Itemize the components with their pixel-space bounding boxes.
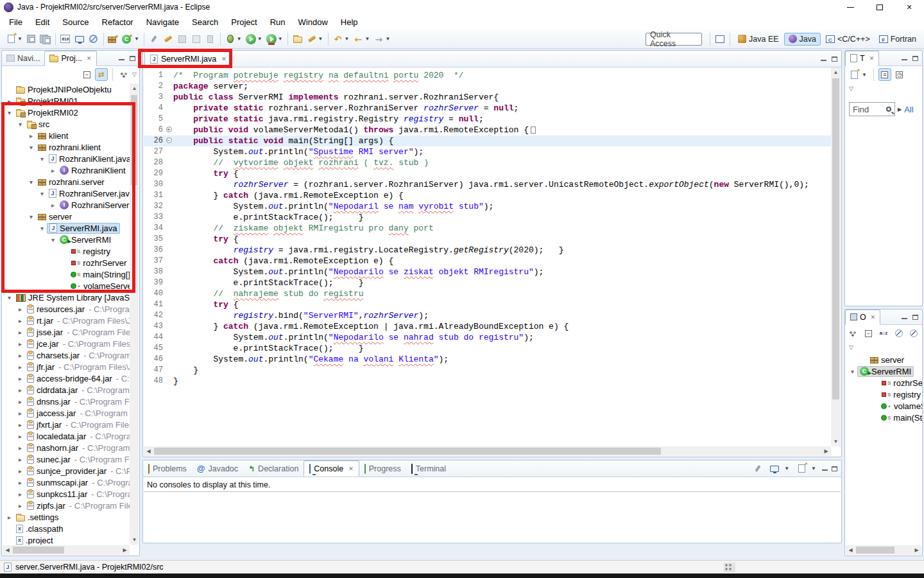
explorer-tree-item[interactable]: ▸IRozhraniKlient [2, 164, 130, 176]
perspective-cpp[interactable]: C<C/C++> [822, 33, 874, 45]
dropdown-caret-icon[interactable]: ▼ [17, 36, 22, 42]
tab-progress[interactable]: Progress [359, 460, 406, 477]
new-class-button[interactable]: C✦ [121, 31, 135, 47]
collapsed-arrow-icon[interactable]: ▸ [15, 433, 25, 440]
close-icon[interactable]: ✕ [871, 314, 876, 320]
code-line-38[interactable]: 38 System.out.println("Nepodarilo se zis… [144, 267, 831, 277]
dropdown-caret-icon[interactable]: ▼ [784, 466, 789, 471]
collapsed-arrow-icon[interactable]: ▸ [15, 456, 25, 463]
categorized-view-button[interactable]: ≡ [878, 68, 891, 81]
run-button[interactable] [244, 31, 258, 47]
collapsed-arrow-icon[interactable]: ▸ [15, 387, 25, 394]
tab-outline[interactable]: O✕ [845, 310, 880, 325]
explorer-tree-item[interactable]: ▸010access-bridge-64.jar - C:\Program Fi… [2, 372, 130, 384]
explorer-tree-item[interactable]: ▸010jsse.jar - C:\Program Files\Java\jre… [2, 326, 130, 338]
dropdown-caret-icon[interactable]: ▼ [318, 36, 323, 42]
chevron-down-icon[interactable]: ▽ [132, 71, 137, 78]
explorer-tree-item[interactable]: ▸010sunmscapi.jar - C:\Program Files\Jav… [2, 477, 130, 488]
code-line-43[interactable]: 43 } catch (java.rmi.RemoteException | j… [144, 321, 831, 332]
explorer-tree-item[interactable]: ▸.settings [2, 511, 130, 523]
forward-button[interactable]: → [372, 31, 386, 47]
explorer-tree-item[interactable]: ▸010dnsns.jar - C:\Program Files\Java\jr… [2, 396, 130, 407]
fold-collapsed-icon[interactable]: + [164, 125, 173, 136]
collapsed-arrow-icon[interactable]: ▸ [15, 444, 25, 451]
expand-arrow-icon[interactable]: ▶ [898, 107, 902, 112]
collapsed-arrow-icon[interactable]: ▸ [15, 502, 25, 509]
explorer-tree-item[interactable]: ▸010rt.jar - C:\Program Files\Java\jre1.… [2, 315, 130, 326]
collapsed-arrow-icon[interactable]: ▸ [15, 491, 25, 498]
explorer-tree-item[interactable]: X.project [2, 534, 130, 545]
code-line-30[interactable]: 30 rozhrServer = (rozhrani.server.Rozhra… [144, 179, 831, 190]
scrollbar-thumb[interactable] [13, 547, 64, 554]
scheduled-view-button[interactable]: ◷ [893, 68, 906, 81]
dropdown-caret-icon[interactable]: ▼ [862, 72, 867, 78]
code-line-44[interactable]: 44 System.out.println("Nepodarilo se nah… [144, 332, 831, 343]
maximize-view-button[interactable] [912, 56, 918, 61]
code-line-4[interactable]: 4 private static rozhrani.server.Rozhran… [144, 103, 831, 114]
minimize-view-button[interactable] [119, 56, 124, 60]
new-wizard-button[interactable] [4, 31, 18, 47]
binary-literals-button[interactable]: 010 [58, 31, 73, 47]
code-line-33[interactable]: 33 e.printStackTrace(); } [144, 212, 831, 223]
skip-all-breakpoints-button[interactable] [87, 31, 101, 47]
explorer-tree-item[interactable]: ▾JRE System Library [JavaSE-1.8] [2, 292, 130, 303]
explorer-tree-item[interactable]: ▸010cldrdata.jar - C:\Program Files\Java… [2, 384, 130, 396]
explorer-tree-item[interactable]: ▸IRozhraniServer [2, 199, 130, 211]
dropdown-caret-icon[interactable]: ▼ [345, 36, 350, 42]
explorer-tree-item[interactable]: ▾JRozhraniServer.java [2, 188, 130, 199]
minimize-view-button[interactable] [822, 466, 828, 471]
explorer-tree-item[interactable]: ▾src [2, 118, 130, 130]
close-window-button[interactable]: ✕ [894, 0, 924, 14]
code-line-41[interactable]: 41 try { [144, 299, 831, 310]
collapsed-arrow-icon[interactable]: ▸ [4, 98, 14, 105]
pin-editor-button[interactable] [147, 31, 161, 47]
minimize-view-button[interactable] [821, 57, 826, 61]
code-editor[interactable]: 1/* Program potrebuje registry na defaul… [144, 67, 831, 446]
code-line-39[interactable]: 39 e.printStackTrace(); } [144, 277, 831, 288]
expanded-arrow-icon[interactable]: ▾ [15, 121, 25, 128]
tab-navigator[interactable]: Navi... [2, 51, 44, 66]
expanded-arrow-icon[interactable]: ▾ [26, 213, 36, 220]
explorer-tree-item[interactable]: SrozhrServer [2, 257, 130, 268]
tab-problems[interactable]: Problems [143, 460, 192, 477]
menu-navigate[interactable]: Navigate [140, 14, 185, 30]
coverage-button[interactable] [264, 31, 278, 47]
explorer-tree-item[interactable]: ▸ProjektRMI01 [2, 95, 130, 107]
mark-occurrences-button[interactable] [161, 31, 175, 47]
code-line-35[interactable]: 35 try { [144, 234, 831, 245]
code-line-27[interactable]: 27 System.out.println("Spustime RMI serv… [144, 146, 831, 157]
maximize-view-button[interactable] [832, 466, 837, 471]
outline-hscrollbar[interactable]: ◀▶ [846, 545, 921, 555]
collapsed-arrow-icon[interactable]: ▸ [15, 421, 25, 428]
maximize-view-button[interactable] [832, 57, 837, 62]
scrollbar-thumb[interactable] [856, 547, 894, 554]
explorer-tree-item[interactable]: ▾rozhrani.server [2, 176, 130, 188]
outline-tree-item[interactable]: ▲volameServerMetoda1() [845, 400, 922, 412]
link-with-editor-button[interactable]: ⇄ [95, 68, 108, 81]
collapsed-arrow-icon[interactable]: ▸ [15, 340, 25, 347]
collapsed-arrow-icon[interactable]: ▸ [48, 167, 58, 174]
explorer-tree-item[interactable]: ▸010jfr.jar - C:\Program Files\Java\jre1… [2, 361, 130, 372]
outline-tree-item[interactable]: server [845, 354, 922, 365]
minimize-view-button[interactable] [902, 56, 907, 60]
menu-edit[interactable]: Edit [29, 14, 56, 30]
collapsed-arrow-icon[interactable]: ▸ [15, 363, 25, 371]
expanded-arrow-icon[interactable]: ▾ [848, 368, 857, 375]
tab-console[interactable]: Console✕ [304, 460, 359, 477]
explorer-tree-item[interactable]: X.classpath [2, 523, 130, 534]
code-line-6[interactable]: 6+ public void volameServerMetoda1() thr… [144, 125, 831, 136]
explorer-tree-item[interactable]: ▸010sunec.jar - C:\Program Files\Java\jr… [2, 453, 130, 465]
open-console-button[interactable] [795, 462, 808, 475]
collapsed-arrow-icon[interactable]: ▸ [4, 514, 14, 521]
code-line-34[interactable]: 34 // ziskame objekt RMIregistru pro dan… [144, 223, 831, 234]
explorer-tree-item[interactable]: ▸010sunpkcs11.jar - C:\Program Files\Jav… [2, 488, 130, 500]
collapse-all-button[interactable]: − [80, 68, 93, 81]
expanded-arrow-icon[interactable]: ▾ [26, 179, 36, 186]
code-line-3[interactable]: 3public class ServerRMI implements rozhr… [144, 92, 831, 103]
view-menu-button[interactable] [117, 68, 130, 81]
maximize-view-button[interactable] [130, 56, 135, 61]
editor-tool-3-button[interactable] [203, 31, 218, 47]
menu-search[interactable]: Search [185, 14, 225, 30]
code-line-37[interactable]: 37 catch (java.rmi.RemoteException e) { [144, 256, 831, 267]
expanded-arrow-icon[interactable]: ▾ [48, 236, 58, 243]
